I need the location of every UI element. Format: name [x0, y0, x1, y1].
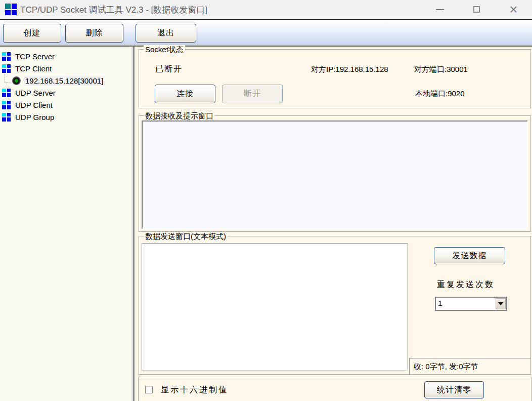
socket-type-icon [2, 113, 11, 122]
send-group: 数据发送窗口(文本模式) 发送数据 重复发送次数 1 收: 0字节, 发:0字节 [139, 236, 531, 375]
socket-type-icon [2, 64, 11, 73]
tree-item-udp-client[interactable]: UDP Client [0, 99, 131, 110]
tree-connector [5, 74, 11, 83]
peer-port-label: 对方端口:30001 [414, 65, 468, 74]
hex-display-label: 显示十六进制值 [161, 385, 228, 395]
connection-icon [12, 76, 21, 85]
socket-type-icon [2, 101, 11, 109]
tree-item-udp-group[interactable]: UDP Group [0, 111, 131, 123]
receive-textarea[interactable] [142, 121, 528, 229]
delete-button[interactable]: 删除 [65, 24, 123, 43]
connect-button[interactable]: 连接 [155, 85, 215, 103]
repeat-count-combobox[interactable]: 1 [435, 297, 507, 311]
chevron-down-icon [498, 302, 503, 305]
group-title: 数据发送窗口(文本模式) [144, 232, 228, 242]
local-port-label: 本地端口:9020 [415, 89, 465, 99]
app-icon-quadrant [12, 4, 17, 9]
app-icon-quadrant [5, 4, 11, 9]
exit-button[interactable]: 退出 [136, 24, 196, 43]
clear-stats-button[interactable]: 统计清零 [424, 381, 484, 398]
socket-type-icon [2, 89, 11, 97]
minimize-icon [436, 9, 444, 10]
tree-item-label: UDP Server [14, 88, 57, 98]
app-icon-quadrant [5, 10, 11, 16]
titlebar: TCP/UDP Socket 调试工具 V2.3 - [数据收发窗口] × [0, 0, 532, 19]
toolbar: 创建 删除 退出 [0, 20, 532, 45]
byte-stats-label: 收: 0字节, 发:0字节 [409, 358, 530, 374]
close-icon: × [509, 5, 517, 15]
tree-item-tcp-server[interactable]: TCP Server [0, 51, 131, 62]
receive-group: 数据接收及提示窗口 [139, 115, 531, 232]
group-title: 数据接收及提示窗口 [144, 111, 215, 121]
maximize-icon [473, 6, 480, 13]
window-controls: × [421, 0, 532, 19]
repeat-count-label: 重复发送次数 [437, 279, 495, 290]
disconnect-button[interactable]: 断开 [222, 85, 283, 103]
main-panel: Socket状态 已断开 对方IP:192.168.15.128 对方端口:30… [135, 47, 532, 401]
socket-tree: TCP Server TCP Client 192.168.15.128[300… [0, 47, 131, 401]
combobox-dropdown-button[interactable] [496, 298, 506, 309]
tree-item-label: TCP Server [14, 52, 56, 61]
bottom-options-group: 显示十六进制值 统计清零 [138, 377, 531, 401]
tree-item-label: UDP Group [14, 112, 56, 122]
send-textarea[interactable] [142, 243, 408, 371]
peer-ip-label: 对方IP:192.168.15.128 [311, 65, 388, 74]
window-title: TCP/UDP Socket 调试工具 V2.3 - [数据收发窗口] [20, 4, 207, 16]
send-data-button[interactable]: 发送数据 [434, 247, 505, 264]
create-button[interactable]: 创建 [3, 24, 61, 43]
tree-item-label: 192.168.15.128[30001] [24, 76, 105, 86]
maximize-button[interactable] [458, 0, 495, 19]
tree-item-udp-server[interactable]: UDP Server [0, 87, 131, 98]
tree-item-label: TCP Client [14, 64, 53, 73]
socket-status-group: Socket状态 已断开 对方IP:192.168.15.128 对方端口:30… [139, 49, 531, 108]
group-title: Socket状态 [144, 45, 185, 55]
socket-type-icon [2, 52, 11, 61]
tree-item-connection[interactable]: 192.168.15.128[30001] [0, 75, 131, 86]
app-icon-quadrant [12, 10, 17, 16]
tree-item-label: UDP Client [14, 100, 54, 110]
hex-display-checkbox[interactable] [145, 386, 153, 393]
connection-status-label: 已断开 [155, 64, 183, 74]
tree-item-tcp-client[interactable]: TCP Client [0, 63, 131, 74]
close-button[interactable]: × [495, 0, 532, 19]
repeat-count-value: 1 [438, 299, 442, 307]
app-icon [5, 4, 17, 15]
minimize-button[interactable] [421, 0, 458, 19]
